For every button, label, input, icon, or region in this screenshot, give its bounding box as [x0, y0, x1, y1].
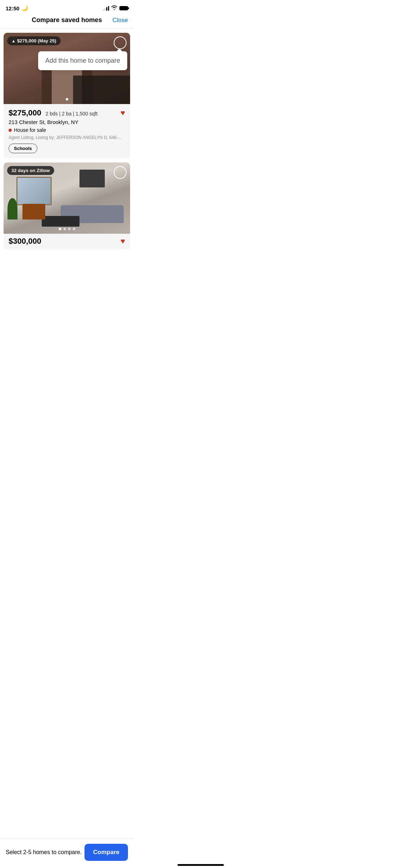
- time-display: 12:50: [6, 5, 19, 11]
- listing-details-partial: $300,000 ♥: [4, 234, 130, 249]
- status-left: 12:50 🌙: [6, 5, 28, 11]
- battery-icon: [119, 6, 128, 10]
- moon-icon: 🌙: [21, 5, 28, 11]
- status-bar: 12:50 🌙: [0, 0, 134, 14]
- listing-card: ▲ $275,000 (May 25) Add this home to com…: [4, 33, 130, 158]
- image-dots: [59, 228, 75, 230]
- dot-2: [63, 228, 66, 230]
- dot-3: [68, 228, 71, 230]
- close-button[interactable]: Close: [113, 17, 128, 24]
- signal-icon: [103, 6, 109, 11]
- tooltip-text: Add this home to compare: [45, 57, 120, 64]
- compare-toggle-button[interactable]: [114, 36, 127, 49]
- listing-card: 32 days on Zillow $300,000 ♥: [4, 162, 130, 249]
- listing-type: House for sale: [14, 127, 46, 133]
- listing-image-container[interactable]: 32 days on Zillow: [4, 162, 130, 234]
- price-row: $300,000 ♥: [9, 237, 125, 246]
- page-title: Compare saved homes: [32, 16, 102, 24]
- price-stats: $275,000 2 bds | 2 ba | 1,500 sqft: [9, 108, 98, 118]
- listing-price: $275,000: [9, 108, 41, 118]
- image-dots: [66, 98, 68, 100]
- compare-toggle-button[interactable]: [114, 166, 127, 179]
- listing-price-partial: $300,000: [9, 237, 41, 246]
- listing-stats: 2 bds | 2 ba | 1,500 sqft: [46, 111, 98, 117]
- page-header: Compare saved homes Close: [0, 14, 134, 28]
- listing-image-container[interactable]: ▲ $275,000 (May 25) Add this home to com…: [4, 33, 130, 104]
- dot-1: [59, 228, 61, 230]
- compare-tooltip: Add this home to compare: [38, 51, 127, 70]
- dot-4: [73, 228, 75, 230]
- status-right: [103, 5, 128, 11]
- sale-dot-icon: [9, 129, 12, 132]
- listing-address: 213 Chester St, Brooklyn, NY: [9, 119, 125, 125]
- listing-details: $275,000 2 bds | 2 ba | 1,500 sqft ♥ 213…: [4, 104, 130, 158]
- days-on-zillow-badge: 32 days on Zillow: [7, 166, 54, 175]
- agent-info: Agent Listing, Listing by: JEFFERSON ANG…: [9, 135, 125, 140]
- listings-scroll-area[interactable]: ▲ $275,000 (May 25) Add this home to com…: [0, 29, 134, 258]
- price-row: $275,000 2 bds | 2 ba | 1,500 sqft ♥: [9, 108, 125, 118]
- price-change-badge: ▲ $275,000 (May 25): [7, 36, 61, 45]
- schools-button[interactable]: Schools: [9, 144, 37, 153]
- wifi-icon: [111, 5, 117, 11]
- listing-type-row: House for sale: [9, 127, 125, 133]
- dot-1: [66, 98, 68, 100]
- favorite-icon[interactable]: ♥: [120, 108, 125, 118]
- price-badge-text: $275,000 (May 25): [17, 38, 56, 43]
- favorite-icon[interactable]: ♥: [120, 237, 125, 246]
- arrow-up-icon: ▲: [11, 38, 16, 43]
